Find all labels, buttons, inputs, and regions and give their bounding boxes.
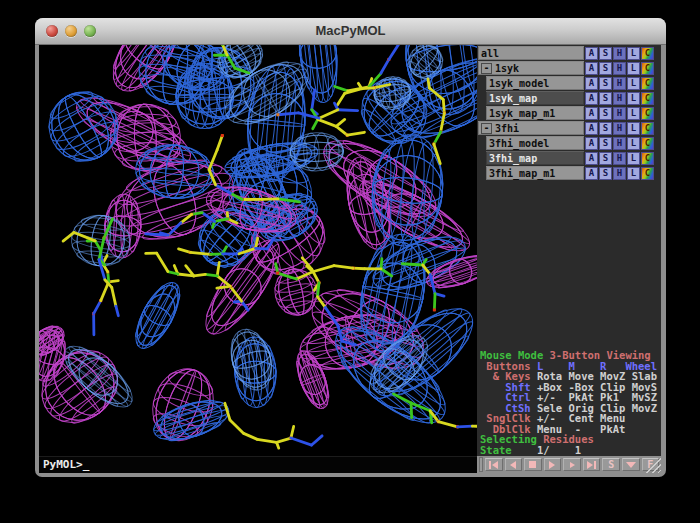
label-button[interactable]: L [627, 122, 640, 135]
object-row[interactable]: 1syk_map ASHLC [478, 91, 654, 105]
hide-button[interactable]: H [613, 107, 626, 120]
object-row[interactable]: 3fhi_map ASHLC [478, 151, 654, 165]
tr-glyph [549, 461, 555, 469]
object-name-cell[interactable]: 1syk_model [486, 76, 584, 90]
action-button[interactable]: A [585, 62, 598, 75]
color-button[interactable]: C [641, 62, 654, 75]
object-label: 1syk_model [489, 78, 549, 89]
label-button[interactable]: L [627, 167, 640, 180]
object-label: 3fhi [495, 123, 519, 134]
viewport-3d[interactable] [39, 45, 477, 456]
action-button[interactable]: A [585, 152, 598, 165]
td-glyph [626, 462, 636, 468]
vbar-glyph [594, 461, 596, 469]
hide-button[interactable]: H [613, 47, 626, 60]
hide-button[interactable]: H [613, 62, 626, 75]
object-row[interactable]: 3fhi_map_m1 ASHLC [478, 166, 654, 180]
color-button[interactable]: C [641, 167, 654, 180]
label-button[interactable]: L [627, 77, 640, 90]
step-forward-button[interactable] [563, 458, 581, 471]
show-button[interactable]: S [599, 62, 612, 75]
show-button[interactable]: S [599, 137, 612, 150]
object-row[interactable]: 1syk_map_m1 ASHLC [478, 106, 654, 120]
object-name-cell[interactable]: 3fhi_map [486, 151, 584, 165]
mouse-mode-panel: Mouse Mode 3-Button Viewing Buttons L M … [477, 350, 661, 456]
sq-glyph [529, 461, 536, 468]
panel-spacer [477, 181, 661, 350]
action-button[interactable]: A [585, 47, 598, 60]
color-button[interactable]: C [641, 77, 654, 90]
collapse-toggle[interactable]: - [481, 123, 492, 134]
hide-button[interactable]: H [613, 77, 626, 90]
titlebar[interactable]: MacPyMOL [35, 18, 666, 45]
color-button[interactable]: C [641, 92, 654, 105]
object-label: all [481, 48, 499, 59]
color-button[interactable]: C [641, 47, 654, 60]
object-row[interactable]: 1syk_model ASHLC [478, 76, 654, 90]
show-button[interactable]: S [599, 167, 612, 180]
s-button[interactable]: S [602, 458, 620, 471]
command-line[interactable]: PyMOL>_ [39, 456, 477, 473]
hide-button[interactable]: H [613, 152, 626, 165]
label-button[interactable]: L [627, 152, 640, 165]
trs-glyph [570, 462, 575, 468]
object-name-cell[interactable]: - 1syk [478, 61, 584, 75]
go-to-end-button[interactable] [583, 458, 601, 471]
action-button[interactable]: A [585, 92, 598, 105]
color-button[interactable]: C [641, 107, 654, 120]
show-button[interactable]: S [599, 92, 612, 105]
object-label: 1syk [495, 63, 519, 74]
action-button[interactable]: A [585, 167, 598, 180]
stop-button[interactable] [524, 458, 542, 471]
play-button[interactable] [544, 458, 562, 471]
screen: MacPyMOL PyMOL>_ all ASHLC - 1syk ASHLC … [0, 0, 700, 523]
object-row[interactable]: - 1syk ASHLC [478, 61, 654, 75]
viewer-column: PyMOL>_ [39, 45, 477, 473]
hide-button[interactable]: H [613, 122, 626, 135]
show-button[interactable]: S [599, 152, 612, 165]
color-button[interactable]: C [641, 152, 654, 165]
action-button[interactable]: A [585, 107, 598, 120]
object-row[interactable]: - 3fhi ASHLC [478, 121, 654, 135]
label-button[interactable]: L [627, 47, 640, 60]
object-name-cell[interactable]: 1syk_map [486, 91, 584, 105]
window-content: PyMOL>_ all ASHLC - 1syk ASHLC 1syk_mode… [39, 45, 661, 473]
label-button[interactable]: L [627, 62, 640, 75]
label-button[interactable]: L [627, 92, 640, 105]
object-label: 3fhi_map [489, 153, 537, 164]
macpymol-window: MacPyMOL PyMOL>_ all ASHLC - 1syk ASHLC … [35, 18, 666, 477]
collapse-toggle[interactable]: - [481, 63, 492, 74]
menu-button[interactable] [622, 458, 640, 471]
go-to-start-button[interactable] [485, 458, 503, 471]
object-label: 1syk_map [489, 93, 537, 104]
command-prompt: PyMOL> [43, 458, 83, 471]
hide-button[interactable]: H [613, 137, 626, 150]
object-list: all ASHLC - 1syk ASHLC 1syk_model ASHLC … [477, 45, 661, 181]
object-name-cell[interactable]: 3fhi_model [486, 136, 584, 150]
playbar-divider [479, 457, 483, 472]
object-name-cell[interactable]: - 3fhi [478, 121, 584, 135]
step-back-button[interactable] [505, 458, 523, 471]
object-name-cell[interactable]: all [478, 46, 584, 60]
tr-glyph [587, 461, 593, 469]
window-title: MacPyMOL [35, 23, 666, 38]
color-button[interactable]: C [641, 137, 654, 150]
object-row[interactable]: all ASHLC [478, 46, 654, 60]
object-row[interactable]: 3fhi_model ASHLC [478, 136, 654, 150]
show-button[interactable]: S [599, 77, 612, 90]
object-label: 3fhi_map_m1 [489, 168, 555, 179]
action-button[interactable]: A [585, 77, 598, 90]
label-button[interactable]: L [627, 137, 640, 150]
show-button[interactable]: S [599, 47, 612, 60]
mouse-panel-line: State 1/ 1 [480, 445, 661, 456]
color-button[interactable]: C [641, 122, 654, 135]
action-button[interactable]: A [585, 122, 598, 135]
action-button[interactable]: A [585, 137, 598, 150]
object-name-cell[interactable]: 1syk_map_m1 [486, 106, 584, 120]
hide-button[interactable]: H [613, 92, 626, 105]
label-button[interactable]: L [627, 107, 640, 120]
show-button[interactable]: S [599, 107, 612, 120]
hide-button[interactable]: H [613, 167, 626, 180]
object-name-cell[interactable]: 3fhi_map_m1 [486, 166, 584, 180]
show-button[interactable]: S [599, 122, 612, 135]
